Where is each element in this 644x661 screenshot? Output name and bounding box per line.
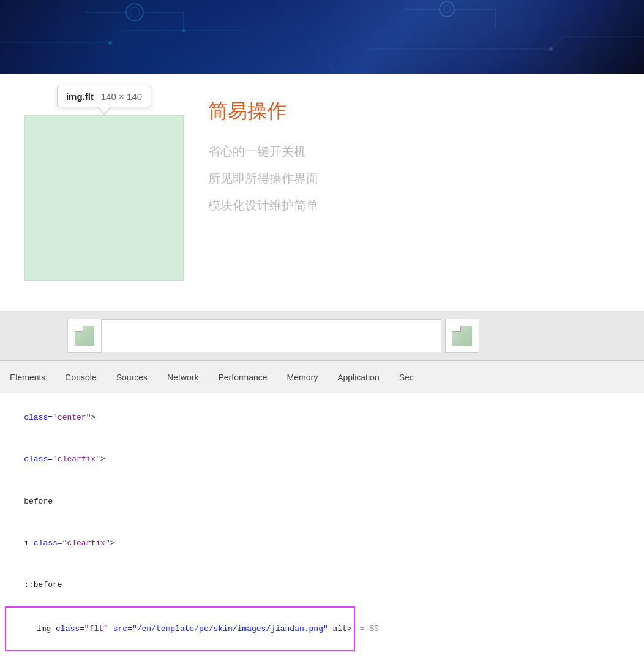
left-thumb-group (67, 319, 441, 353)
tooltip-size: 140 × 140 (101, 91, 142, 102)
tab-performance[interactable]: Performance (208, 361, 277, 393)
src-path-part2: /template/pc/skin/images/jiandan.png (151, 624, 323, 633)
code-line-1: class="center"> (5, 397, 644, 439)
svg-line-20 (306, 0, 367, 74)
code-panel: class="center"> class="clearfix"> before… (0, 393, 644, 661)
tab-console[interactable]: Console (55, 361, 106, 393)
thumb-strip-wide (102, 319, 441, 352)
banner (0, 0, 644, 74)
circuit-lines-svg (0, 0, 644, 74)
code-line-7: div class="youshi_txt flt">…</div> (5, 652, 644, 661)
thumb-row (0, 311, 644, 360)
code-line-2: class="clearfix"> (5, 439, 644, 480)
feature-line-2: 所见即所得操作界面 (208, 169, 318, 187)
feature-line-1: 省心的一键开关机 (208, 142, 318, 161)
svg-line-14 (551, 37, 563, 49)
svg-point-5 (440, 2, 454, 17)
image-section: img.flt 140 × 140 (24, 86, 184, 281)
thumb-fold-r (452, 326, 461, 332)
svg-point-16 (108, 41, 112, 45)
thumb-icon-right (445, 319, 479, 353)
tab-memory[interactable]: Memory (277, 361, 328, 393)
svg-line-11 (110, 31, 122, 43)
thumb-icon-left (67, 319, 102, 353)
dollar-variable: = $0 (360, 622, 379, 636)
product-image (24, 115, 184, 281)
thumb-img-right (452, 326, 472, 346)
src-path-part1: /en (137, 624, 151, 633)
tab-application[interactable]: Application (328, 361, 389, 393)
tab-security[interactable]: Sec (389, 361, 424, 393)
highlighted-code-box: img class="flt" src="/en/template/pc/ski… (5, 606, 355, 651)
thumb-fold (75, 326, 83, 332)
feature-line-3: 模块化设计维护简单 (208, 196, 318, 214)
svg-point-6 (443, 6, 451, 13)
thumb-img-left (75, 326, 94, 346)
text-content: 简易操作 省心的一键开关机 所见即所得操作界面 模块化设计维护简单 (208, 86, 318, 223)
code-line-4: i class="clearfix"> (5, 523, 644, 564)
code-line-6-highlighted: img class="flt" src="/en/template/pc/ski… (5, 606, 644, 651)
svg-line-19 (275, 0, 337, 74)
spacer (0, 293, 644, 311)
tab-network[interactable]: Network (157, 361, 208, 393)
svg-point-1 (130, 7, 140, 17)
tooltip-filename: img.flt (66, 91, 94, 102)
image-tooltip: img.flt 140 × 140 (57, 86, 151, 107)
code-line-3: before (5, 481, 644, 523)
svg-point-17 (182, 29, 185, 32)
tab-sources[interactable]: Sources (107, 361, 157, 393)
main-title: 简易操作 (208, 98, 318, 125)
main-content: img.flt 140 × 140 简易操作 省心的一键开关机 所见即所得操作界… (0, 74, 644, 293)
tooltip-arrow (97, 107, 111, 115)
svg-point-18 (549, 47, 553, 51)
right-thumb-group (445, 319, 479, 353)
tab-elements[interactable]: Elements (0, 361, 55, 393)
devtools-tab-bar: Elements Console Sources Network Perform… (0, 360, 644, 393)
src-link[interactable]: "/en/template/pc/skin/images/jiandan.png… (132, 624, 328, 633)
svg-point-0 (126, 4, 143, 21)
thumbnail-strip (0, 311, 644, 360)
code-line-5: ::before (5, 564, 644, 606)
